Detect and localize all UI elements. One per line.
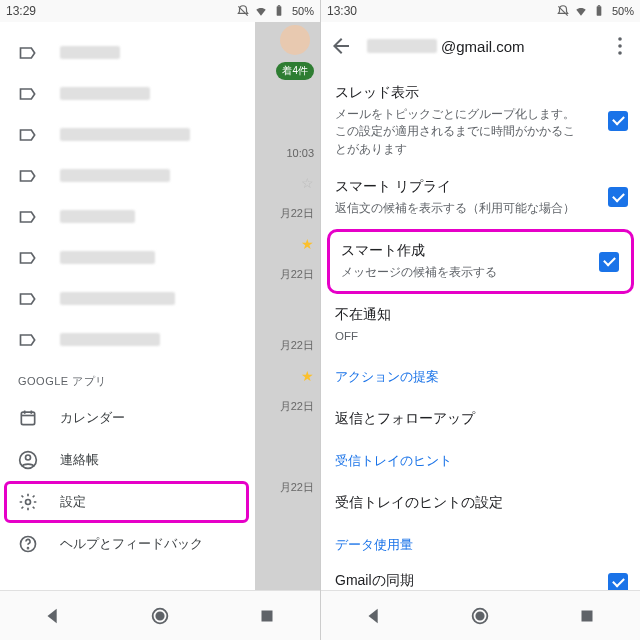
drawer-item-label: ヘルプとフィードバック [60, 535, 203, 553]
mail-date: 月22日 [280, 399, 314, 414]
svg-point-22 [477, 612, 484, 619]
nav-recent-button[interactable] [256, 605, 278, 627]
label-icon [18, 248, 38, 268]
status-time: 13:29 [6, 4, 36, 18]
label-item[interactable] [0, 196, 255, 237]
status-bar: 13:30 50% [321, 0, 640, 22]
label-item[interactable] [0, 73, 255, 114]
section-action-suggestions: アクションの提案 [321, 356, 640, 398]
label-icon [18, 43, 38, 63]
nav-back-button[interactable] [363, 605, 385, 627]
label-item[interactable] [0, 319, 255, 360]
status-bar: 13:29 50% [0, 0, 320, 22]
label-text [60, 169, 170, 182]
section-inbox-tips: 受信トレイのヒント [321, 440, 640, 482]
setting-subtitle: 返信文の候補を表示する（利用可能な場合） [335, 200, 626, 217]
nav-bar [321, 590, 640, 640]
label-icon [18, 125, 38, 145]
behind-scrim: 着4件 10:03 ☆ 月22日 ★ 月22日 月22日 ★ 月22日 月22日 [255, 22, 320, 590]
mail-date: 月22日 [280, 338, 314, 353]
label-icon [18, 84, 38, 104]
back-button[interactable] [329, 34, 353, 58]
label-item[interactable] [0, 278, 255, 319]
svg-point-9 [26, 500, 31, 505]
dnd-icon [556, 4, 570, 18]
checkbox-checked[interactable] [599, 252, 619, 272]
svg-point-11 [28, 548, 29, 549]
setting-title: スレッド表示 [335, 84, 626, 102]
label-text [60, 128, 190, 141]
svg-rect-14 [261, 610, 272, 621]
email-suffix: @gmail.com [441, 38, 525, 55]
setting-title: Gmailの同期 [335, 572, 626, 590]
svg-point-18 [618, 37, 622, 41]
svg-rect-1 [277, 6, 282, 15]
label-text [60, 251, 155, 264]
star-icon[interactable]: ☆ [301, 175, 314, 191]
wifi-icon [574, 4, 588, 18]
drawer-item-settings[interactable]: 設定 [4, 481, 249, 523]
mail-date: 月22日 [280, 206, 314, 221]
setting-subtitle: OFF [335, 328, 626, 345]
drawer-item-calendar[interactable]: カレンダー [0, 397, 255, 439]
label-text [60, 210, 135, 223]
setting-smart-compose[interactable]: スマート作成 メッセージの候補を表示する [327, 229, 634, 294]
setting-smart-reply[interactable]: スマート リプライ 返信文の候補を表示する（利用可能な場合） [321, 168, 640, 227]
nav-bar [0, 590, 320, 640]
star-icon[interactable]: ★ [301, 368, 314, 384]
mail-date: 月22日 [280, 480, 314, 495]
new-badge: 着4件 [276, 62, 314, 80]
label-item[interactable] [0, 32, 255, 73]
label-text [60, 292, 175, 305]
checkbox-checked[interactable] [608, 573, 628, 591]
calendar-icon [18, 408, 38, 428]
setting-title: スマート リプライ [335, 178, 626, 196]
svg-point-13 [156, 612, 163, 619]
svg-point-19 [618, 44, 622, 48]
nav-home-button[interactable] [469, 605, 491, 627]
setting-thread-view[interactable]: スレッド表示 メールをトピックごとにグループ化します。この設定が適用されるまでに… [321, 74, 640, 168]
drawer-item-help[interactable]: ヘルプとフィードバック [0, 523, 255, 565]
checkbox-checked[interactable] [608, 187, 628, 207]
nav-recent-button[interactable] [576, 605, 598, 627]
app-bar: @gmail.com [321, 22, 640, 70]
nav-drawer: GOOGLE アプリ カレンダー 連絡帳 設定 ヘルプとフィードバック [0, 22, 255, 590]
email-prefix [367, 39, 437, 53]
setting-subtitle: メールをトピックごとにグループ化します。この設定が適用されるまでに時間がかかるこ… [335, 106, 626, 158]
drawer-item-label: 連絡帳 [60, 451, 99, 469]
drawer-item-contacts[interactable]: 連絡帳 [0, 439, 255, 481]
drawer-item-label: カレンダー [60, 409, 125, 427]
svg-point-20 [618, 51, 622, 55]
battery-icon [272, 4, 286, 18]
section-data-usage: データ使用量 [321, 524, 640, 566]
label-icon [18, 166, 38, 186]
svg-rect-23 [581, 610, 592, 621]
label-item[interactable] [0, 155, 255, 196]
mail-time: 10:03 [286, 147, 314, 159]
contacts-icon [18, 450, 38, 470]
battery-pct: 50% [292, 5, 314, 17]
label-item[interactable] [0, 114, 255, 155]
avatar [280, 25, 310, 55]
svg-point-7 [26, 455, 31, 460]
label-text [60, 46, 120, 59]
label-item[interactable] [0, 237, 255, 278]
battery-pct: 50% [612, 5, 634, 17]
nav-home-button[interactable] [149, 605, 171, 627]
help-icon [18, 534, 38, 554]
more-button[interactable] [608, 34, 632, 58]
label-text [60, 87, 150, 100]
checkbox-checked[interactable] [608, 111, 628, 131]
setting-reply-followup[interactable]: 返信とフォローアップ [321, 398, 640, 440]
label-text [60, 333, 160, 346]
setting-inbox-tips-settings[interactable]: 受信トレイのヒントの設定 [321, 482, 640, 524]
label-icon [18, 330, 38, 350]
drawer-item-label: 設定 [60, 493, 86, 511]
setting-title: スマート作成 [341, 242, 620, 260]
dnd-icon [236, 4, 250, 18]
nav-back-button[interactable] [42, 605, 64, 627]
setting-vacation[interactable]: 不在通知 OFF [321, 296, 640, 355]
setting-gmail-sync[interactable]: Gmailの同期 [321, 566, 640, 591]
svg-rect-2 [278, 5, 280, 6]
star-icon[interactable]: ★ [301, 236, 314, 252]
